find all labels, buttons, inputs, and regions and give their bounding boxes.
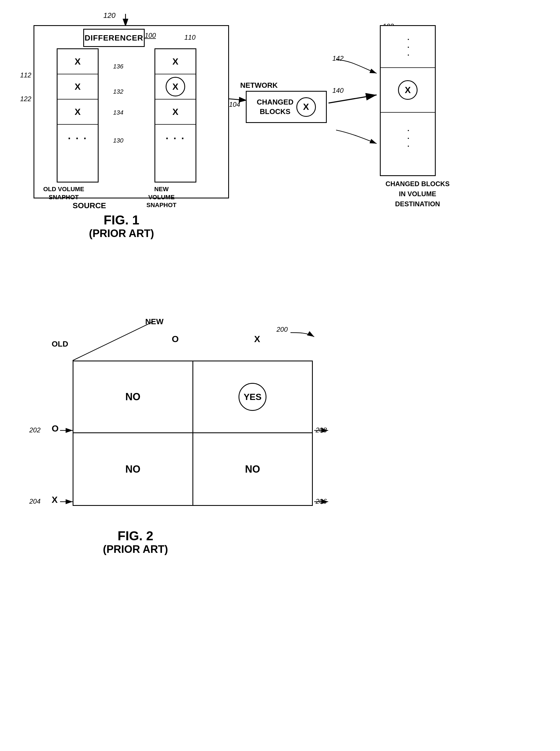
- ref-122: 122: [20, 95, 31, 103]
- ref-140: 140: [332, 86, 343, 95]
- ref-130: 130: [113, 137, 123, 144]
- fig2-row-x-label: X: [52, 495, 58, 505]
- dest-label: CHANGED BLOCKSIN VOLUMEDESTINATION: [383, 179, 453, 209]
- new-vol-cell-dots: · · ·: [155, 124, 196, 153]
- dest-circled-x: X: [398, 80, 418, 100]
- fig2-row-1: NO YES: [74, 361, 312, 433]
- fig2-row-o-label: O: [52, 423, 59, 434]
- ref-110: 110: [184, 34, 196, 41]
- fig1-title: FIG. 1: [59, 212, 184, 228]
- fig2-row-2: NO NO: [74, 433, 312, 505]
- new-vol-cell-x1: X: [155, 49, 196, 74]
- fig2-subtitle: (PRIOR ART): [73, 543, 198, 555]
- fig2-cell-no3: NO: [193, 433, 312, 505]
- old-volume-col: X X X · · ·: [57, 49, 99, 182]
- new-volume-col: X X X · · ·: [155, 49, 196, 182]
- old-vol-cell-dots: · · ·: [58, 124, 98, 153]
- ref-200: 200: [277, 326, 288, 333]
- old-vol-cell-x3: X: [58, 99, 98, 124]
- circled-x-new-vol: X: [166, 77, 185, 96]
- fig2-cell-yes: YES: [193, 361, 312, 433]
- yes-circle: YES: [239, 383, 266, 411]
- old-vol-cell-x2: X: [58, 74, 98, 99]
- destination-box: · · · X · · ·: [380, 25, 436, 176]
- changed-blocks-box: CHANGEDBLOCKS X: [246, 91, 327, 123]
- old-vol-label: OLD VOLUMESNAPHOT: [43, 185, 85, 201]
- ref-202: 202: [29, 426, 40, 434]
- network-label: NETWORK: [240, 81, 278, 90]
- dest-cell-circled: X: [381, 68, 435, 113]
- fig2-grid-table: NO YES NO NO: [73, 361, 313, 506]
- new-vol-cell-circled: X: [155, 74, 196, 99]
- fig2-diagram: NEW OLD O X 200 NO YES: [17, 293, 547, 735]
- page: 120 DIFFERENCER 100 X X X · ·: [0, 0, 560, 751]
- svg-line-5: [328, 95, 377, 103]
- source-box: DIFFERENCER 100 X X X · · ·: [34, 25, 229, 198]
- ref-132: 132: [113, 88, 123, 95]
- new-vol-label: NEW VOLUMESNAPHOT: [140, 185, 182, 209]
- ref-100: 100: [145, 32, 156, 39]
- ref-136: 136: [113, 63, 123, 70]
- fig2-header-new: NEW: [145, 317, 163, 326]
- new-vol-cell-x3: X: [155, 99, 196, 124]
- ref-142: 142: [332, 55, 343, 62]
- dest-cell-dots2: · · ·: [381, 113, 435, 163]
- old-vol-cell-x1: X: [58, 49, 98, 74]
- svg-line-6: [73, 322, 154, 361]
- dest-cell-dots1: · · ·: [381, 26, 435, 68]
- ref-204: 204: [29, 498, 40, 505]
- fig2-header-old: OLD: [52, 340, 68, 348]
- ref-134: 134: [113, 109, 123, 116]
- ref-208: 208: [316, 426, 327, 434]
- fig2-title: FIG. 2: [73, 528, 198, 543]
- fig2-cell-no2: NO: [74, 433, 193, 505]
- fig1-caption: FIG. 1 (PRIOR ART): [59, 212, 184, 239]
- fig2-col-o: O: [172, 334, 179, 344]
- differencer-label: DIFFERENCER: [85, 34, 143, 42]
- fig2-caption: FIG. 2 (PRIOR ART): [73, 528, 198, 555]
- fig1-diagram: 120 DIFFERENCER 100 X X X · ·: [17, 11, 547, 254]
- ref-104: 104: [229, 101, 240, 109]
- changed-blocks-circled-x: X: [296, 97, 316, 117]
- fig2-cell-no1: NO: [74, 361, 193, 433]
- fig1-subtitle: (PRIOR ART): [59, 228, 184, 239]
- differencer-box: DIFFERENCER: [83, 29, 145, 47]
- ref-120: 120: [103, 11, 115, 20]
- source-label: SOURCE: [73, 201, 106, 210]
- fig2-col-x: X: [254, 334, 260, 344]
- ref-112: 112: [20, 71, 31, 79]
- ref-206: 206: [316, 498, 327, 505]
